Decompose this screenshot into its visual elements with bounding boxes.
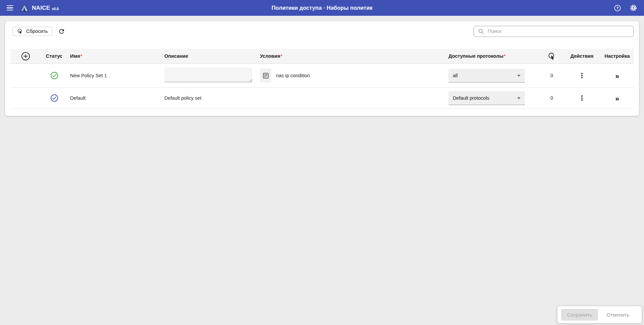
- row-actions-menu-button[interactable]: [579, 71, 585, 80]
- add-policy-set-button[interactable]: [21, 52, 30, 61]
- policy-sets-card: Сбросить: [5, 21, 639, 116]
- column-header-protocols: Доступные протоколы*: [448, 53, 540, 59]
- refresh-button[interactable]: [58, 28, 65, 35]
- cancel-button[interactable]: Отменить: [598, 312, 638, 318]
- ads-click-icon: [17, 28, 23, 34]
- hit-count: 0: [540, 95, 564, 101]
- status-toggle[interactable]: [50, 93, 59, 103]
- kebab-icon: [581, 95, 583, 97]
- table-header-row: Статус Имя* Описание Условия* Доступные …: [10, 49, 634, 64]
- settings-button[interactable]: [629, 3, 638, 12]
- check-circle-icon: [50, 72, 58, 80]
- protocols-selected-value: all: [453, 73, 458, 78]
- condition-label: nas ip condition: [276, 73, 310, 78]
- ads-click-icon: [548, 52, 556, 60]
- plus-circle-icon: [21, 52, 30, 61]
- reset-button-label: Сбросить: [26, 29, 48, 34]
- help-icon: ?: [614, 4, 621, 12]
- policy-set-name: New Policy Set 1: [67, 73, 164, 78]
- hit-count: 0: [540, 73, 564, 78]
- refresh-icon: [58, 28, 65, 35]
- condition-editor-button[interactable]: [260, 68, 271, 83]
- brand-name: NAICE: [32, 5, 50, 11]
- hamburger-menu-button[interactable]: [6, 4, 14, 12]
- logo-triangle-icon: [20, 4, 29, 12]
- column-header-conditions: Условия*: [260, 53, 448, 59]
- search-box[interactable]: [474, 26, 634, 37]
- save-cancel-bar: Сохранить Отменить: [557, 306, 642, 323]
- app-logo: [20, 4, 29, 12]
- help-button[interactable]: ?: [613, 4, 622, 12]
- required-marker: *: [504, 53, 506, 59]
- app-version: v0.8: [52, 7, 58, 11]
- column-header-description: Описание: [164, 53, 260, 59]
- hamburger-icon: [7, 5, 13, 6]
- policy-set-name: Default: [67, 95, 164, 101]
- svg-text:?: ?: [616, 6, 619, 10]
- protocols-selected-value: Default protocols: [453, 95, 489, 101]
- app-bar: NAICE v0.8 Политики доступа · Наборы пол…: [0, 0, 644, 16]
- column-header-settings: Настройка: [600, 53, 634, 59]
- protocols-select[interactable]: all: [448, 69, 525, 83]
- column-header-hits: [540, 52, 564, 60]
- article-icon: [262, 72, 269, 79]
- page-title: Политики доступа · Наборы политик: [271, 5, 372, 11]
- check-circle-icon: [50, 94, 58, 102]
- policy-set-row: Default Default policy set Default proto…: [10, 88, 634, 109]
- protocols-select[interactable]: Default protocols: [448, 91, 525, 105]
- reset-hitcounts-button[interactable]: Сбросить: [12, 27, 52, 36]
- column-header-name: Имя*: [67, 53, 164, 59]
- gear-icon: [630, 4, 637, 12]
- status-toggle[interactable]: [50, 71, 59, 80]
- column-header-status: Статус: [41, 53, 67, 59]
- policy-set-description: Default policy set: [164, 95, 260, 101]
- policy-sets-table: Статус Имя* Описание Условия* Доступные …: [10, 49, 634, 109]
- row-actions-menu-button[interactable]: [579, 93, 585, 103]
- description-textarea[interactable]: [164, 67, 252, 82]
- search-icon: [478, 28, 484, 35]
- open-policy-set-button[interactable]: »: [615, 72, 619, 79]
- double-chevron-icon: »: [615, 72, 619, 80]
- kebab-icon: [581, 73, 583, 74]
- policy-set-row: New Policy Set 1 nas ip condition all: [10, 64, 634, 88]
- chevron-down-icon: [517, 97, 521, 99]
- open-policy-set-button[interactable]: »: [615, 95, 619, 102]
- search-input[interactable]: [488, 29, 629, 34]
- save-button[interactable]: Сохранить: [561, 309, 598, 321]
- required-marker: *: [280, 53, 282, 59]
- required-marker: *: [80, 53, 83, 59]
- column-header-actions: Действия: [564, 53, 600, 59]
- toolbar: Сбросить: [5, 21, 639, 37]
- chevron-down-icon: [517, 75, 521, 77]
- double-chevron-icon: »: [615, 94, 619, 102]
